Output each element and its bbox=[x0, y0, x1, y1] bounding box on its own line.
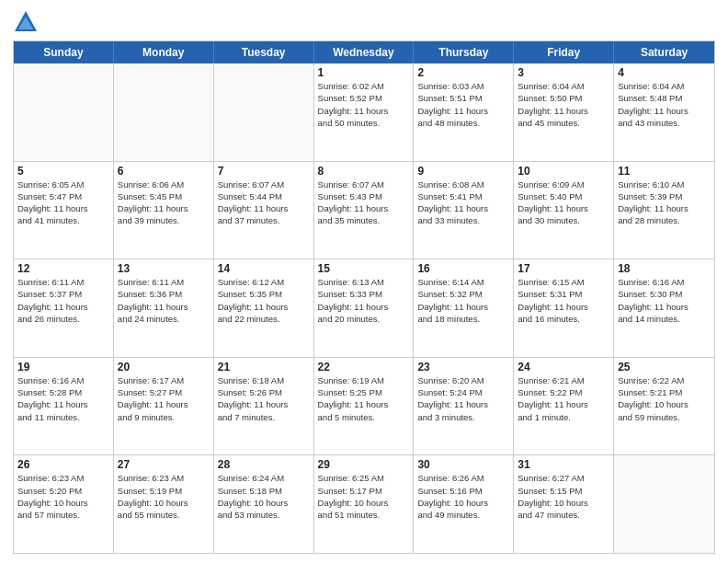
calendar-cell: 23Sunrise: 6:20 AM Sunset: 5:24 PM Dayli… bbox=[414, 358, 514, 455]
day-number: 8 bbox=[318, 165, 410, 178]
day-number: 13 bbox=[118, 262, 210, 275]
calendar-week: 26Sunrise: 6:23 AM Sunset: 5:20 PM Dayli… bbox=[14, 454, 714, 553]
calendar-week: 12Sunrise: 6:11 AM Sunset: 5:37 PM Dayli… bbox=[14, 259, 714, 357]
calendar-cell: 29Sunrise: 6:25 AM Sunset: 5:17 PM Dayli… bbox=[314, 455, 415, 553]
day-info: Sunrise: 6:06 AM Sunset: 5:45 PM Dayligh… bbox=[118, 178, 210, 227]
logo-icon bbox=[13, 9, 39, 35]
day-number: 29 bbox=[318, 458, 410, 471]
day-info: Sunrise: 6:07 AM Sunset: 5:44 PM Dayligh… bbox=[218, 178, 310, 227]
calendar-cell: 7Sunrise: 6:07 AM Sunset: 5:44 PM Daylig… bbox=[214, 162, 314, 259]
day-info: Sunrise: 6:07 AM Sunset: 5:43 PM Dayligh… bbox=[318, 178, 410, 227]
calendar-week: 19Sunrise: 6:16 AM Sunset: 5:28 PM Dayli… bbox=[14, 357, 714, 455]
calendar-cell: 17Sunrise: 6:15 AM Sunset: 5:31 PM Dayli… bbox=[514, 259, 614, 357]
day-number: 11 bbox=[618, 165, 711, 178]
day-number: 24 bbox=[518, 361, 609, 373]
day-number: 26 bbox=[17, 458, 109, 471]
day-number: 21 bbox=[218, 361, 310, 373]
calendar-cell: 11Sunrise: 6:10 AM Sunset: 5:39 PM Dayli… bbox=[614, 162, 714, 259]
calendar-cell: 30Sunrise: 6:26 AM Sunset: 5:16 PM Dayli… bbox=[414, 455, 514, 553]
day-info: Sunrise: 6:08 AM Sunset: 5:41 PM Dayligh… bbox=[417, 178, 509, 227]
day-number: 4 bbox=[618, 66, 711, 79]
day-number: 25 bbox=[618, 361, 711, 373]
calendar-cell: 27Sunrise: 6:23 AM Sunset: 5:19 PM Dayli… bbox=[114, 455, 214, 553]
calendar-cell: 6Sunrise: 6:06 AM Sunset: 5:45 PM Daylig… bbox=[114, 162, 214, 259]
weekday-header: Tuesday bbox=[214, 41, 314, 63]
day-info: Sunrise: 6:15 AM Sunset: 5:31 PM Dayligh… bbox=[518, 276, 609, 325]
day-number: 30 bbox=[417, 458, 509, 471]
day-number: 18 bbox=[618, 262, 711, 275]
day-info: Sunrise: 6:10 AM Sunset: 5:39 PM Dayligh… bbox=[618, 178, 711, 227]
calendar-cell bbox=[114, 63, 214, 161]
day-number: 1 bbox=[318, 66, 410, 79]
day-info: Sunrise: 6:02 AM Sunset: 5:52 PM Dayligh… bbox=[318, 80, 410, 129]
calendar-cell: 18Sunrise: 6:16 AM Sunset: 5:30 PM Dayli… bbox=[614, 259, 714, 357]
calendar-cell: 13Sunrise: 6:11 AM Sunset: 5:36 PM Dayli… bbox=[114, 259, 214, 357]
weekday-header: Wednesday bbox=[314, 41, 415, 63]
day-info: Sunrise: 6:21 AM Sunset: 5:22 PM Dayligh… bbox=[518, 374, 609, 423]
calendar-week: 5Sunrise: 6:05 AM Sunset: 5:47 PM Daylig… bbox=[14, 161, 714, 259]
day-number: 14 bbox=[218, 262, 310, 275]
calendar-cell: 15Sunrise: 6:13 AM Sunset: 5:33 PM Dayli… bbox=[314, 259, 415, 357]
day-number: 17 bbox=[518, 262, 609, 275]
day-number: 2 bbox=[417, 66, 509, 79]
calendar-cell: 1Sunrise: 6:02 AM Sunset: 5:52 PM Daylig… bbox=[314, 63, 415, 161]
day-info: Sunrise: 6:27 AM Sunset: 5:15 PM Dayligh… bbox=[518, 472, 609, 521]
day-info: Sunrise: 6:23 AM Sunset: 5:19 PM Dayligh… bbox=[118, 472, 210, 521]
day-info: Sunrise: 6:03 AM Sunset: 5:51 PM Dayligh… bbox=[417, 80, 509, 129]
calendar-cell: 22Sunrise: 6:19 AM Sunset: 5:25 PM Dayli… bbox=[314, 358, 415, 455]
calendar-cell: 24Sunrise: 6:21 AM Sunset: 5:22 PM Dayli… bbox=[514, 358, 614, 455]
calendar-cell: 25Sunrise: 6:22 AM Sunset: 5:21 PM Dayli… bbox=[614, 358, 714, 455]
day-number: 23 bbox=[417, 361, 509, 373]
day-number: 10 bbox=[518, 165, 609, 178]
day-number: 15 bbox=[318, 262, 410, 275]
day-info: Sunrise: 6:14 AM Sunset: 5:32 PM Dayligh… bbox=[417, 276, 509, 325]
weekday-header: Monday bbox=[114, 41, 214, 63]
calendar-cell: 4Sunrise: 6:04 AM Sunset: 5:48 PM Daylig… bbox=[614, 63, 714, 161]
day-info: Sunrise: 6:18 AM Sunset: 5:26 PM Dayligh… bbox=[218, 374, 310, 423]
day-info: Sunrise: 6:09 AM Sunset: 5:40 PM Dayligh… bbox=[518, 178, 609, 227]
day-number: 12 bbox=[17, 262, 109, 275]
weekday-header: Saturday bbox=[614, 41, 714, 63]
day-number: 16 bbox=[417, 262, 509, 275]
day-info: Sunrise: 6:20 AM Sunset: 5:24 PM Dayligh… bbox=[417, 374, 509, 423]
day-info: Sunrise: 6:25 AM Sunset: 5:17 PM Dayligh… bbox=[318, 472, 410, 521]
day-info: Sunrise: 6:04 AM Sunset: 5:50 PM Dayligh… bbox=[518, 80, 609, 129]
day-info: Sunrise: 6:05 AM Sunset: 5:47 PM Dayligh… bbox=[17, 178, 109, 227]
day-info: Sunrise: 6:26 AM Sunset: 5:16 PM Dayligh… bbox=[417, 472, 509, 521]
calendar-cell: 9Sunrise: 6:08 AM Sunset: 5:41 PM Daylig… bbox=[414, 162, 514, 259]
calendar-cell bbox=[14, 63, 114, 161]
calendar-cell: 14Sunrise: 6:12 AM Sunset: 5:35 PM Dayli… bbox=[214, 259, 314, 357]
day-info: Sunrise: 6:16 AM Sunset: 5:28 PM Dayligh… bbox=[17, 374, 109, 423]
calendar-cell: 19Sunrise: 6:16 AM Sunset: 5:28 PM Dayli… bbox=[14, 358, 114, 455]
calendar-cell: 8Sunrise: 6:07 AM Sunset: 5:43 PM Daylig… bbox=[314, 162, 415, 259]
day-number: 28 bbox=[218, 458, 310, 471]
day-number: 19 bbox=[17, 361, 109, 373]
day-info: Sunrise: 6:13 AM Sunset: 5:33 PM Dayligh… bbox=[318, 276, 410, 325]
day-number: 5 bbox=[17, 165, 109, 178]
day-number: 9 bbox=[417, 165, 509, 178]
day-info: Sunrise: 6:04 AM Sunset: 5:48 PM Dayligh… bbox=[618, 80, 711, 129]
weekday-header: Friday bbox=[514, 41, 614, 63]
calendar-cell: 28Sunrise: 6:24 AM Sunset: 5:18 PM Dayli… bbox=[214, 455, 314, 553]
logo bbox=[13, 9, 42, 35]
calendar-cell: 12Sunrise: 6:11 AM Sunset: 5:37 PM Dayli… bbox=[14, 259, 114, 357]
day-info: Sunrise: 6:23 AM Sunset: 5:20 PM Dayligh… bbox=[17, 472, 109, 521]
day-number: 6 bbox=[118, 165, 210, 178]
calendar-cell bbox=[214, 63, 314, 161]
day-info: Sunrise: 6:16 AM Sunset: 5:30 PM Dayligh… bbox=[618, 276, 711, 325]
day-info: Sunrise: 6:12 AM Sunset: 5:35 PM Dayligh… bbox=[218, 276, 310, 325]
day-number: 27 bbox=[118, 458, 210, 471]
calendar-cell: 5Sunrise: 6:05 AM Sunset: 5:47 PM Daylig… bbox=[14, 162, 114, 259]
weekday-header: Thursday bbox=[414, 41, 514, 63]
day-number: 7 bbox=[218, 165, 310, 178]
day-number: 3 bbox=[518, 66, 609, 79]
calendar-cell: 3Sunrise: 6:04 AM Sunset: 5:50 PM Daylig… bbox=[514, 63, 614, 161]
day-info: Sunrise: 6:24 AM Sunset: 5:18 PM Dayligh… bbox=[218, 472, 310, 521]
calendar-week: 1Sunrise: 6:02 AM Sunset: 5:52 PM Daylig… bbox=[14, 63, 714, 161]
calendar-header: SundayMondayTuesdayWednesdayThursdayFrid… bbox=[14, 41, 714, 63]
weekday-header: Sunday bbox=[14, 41, 114, 63]
page-header bbox=[13, 9, 715, 35]
calendar-cell: 31Sunrise: 6:27 AM Sunset: 5:15 PM Dayli… bbox=[514, 455, 614, 553]
day-info: Sunrise: 6:11 AM Sunset: 5:36 PM Dayligh… bbox=[118, 276, 210, 325]
calendar-cell bbox=[614, 455, 714, 553]
